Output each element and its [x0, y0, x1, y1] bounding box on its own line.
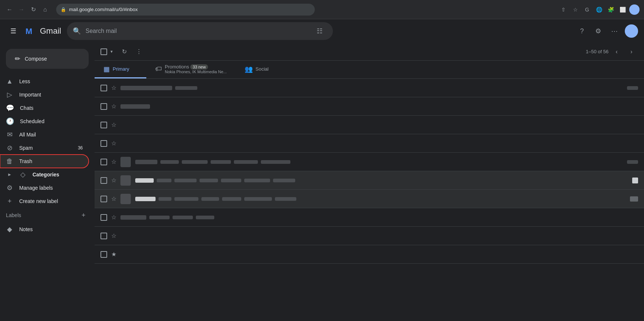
share-button[interactable]: ⇧: [558, 4, 569, 15]
table-row[interactable]: ☆: [95, 79, 644, 97]
compose-button[interactable]: ✏ Compose: [6, 49, 89, 69]
table-row[interactable]: ☆: [95, 153, 644, 171]
forward-button[interactable]: →: [16, 4, 27, 15]
subject-block2: [174, 197, 198, 201]
reload-button[interactable]: ↻: [28, 4, 38, 15]
bookmark-button[interactable]: ☆: [570, 4, 580, 15]
sidebar-item-scheduled[interactable]: 🕐 Scheduled: [0, 115, 89, 128]
row-checkbox[interactable]: [100, 103, 107, 110]
main-content: ▼ ↻ ⋮ 1–50 of 56 ‹ › ▦ Primary 🏷: [95, 43, 644, 321]
sidebar-item-all-mail[interactable]: ✉ All Mail: [0, 128, 89, 141]
table-row[interactable]: ☆: [95, 134, 644, 153]
sidebar-label-chats: Chats: [20, 105, 83, 111]
row-checkbox[interactable]: [100, 233, 107, 239]
apps-button[interactable]: ⋯: [607, 24, 622, 38]
sidebar-label-trash: Trash: [19, 158, 83, 164]
window-btn[interactable]: ⬜: [617, 4, 628, 15]
row-checkbox[interactable]: [100, 214, 107, 221]
subject-block6: [275, 197, 296, 201]
back-button[interactable]: ←: [4, 4, 15, 15]
star-icon[interactable]: ★: [110, 251, 117, 258]
help-button[interactable]: ?: [575, 24, 589, 38]
more-options-button[interactable]: ⋮: [132, 45, 146, 58]
user-avatar[interactable]: [625, 24, 638, 38]
search-icon: 🔍: [73, 27, 81, 35]
add-label-button[interactable]: +: [78, 210, 89, 220]
star-icon[interactable]: ☆: [110, 103, 117, 110]
sidebar-item-categories[interactable]: ► ◇ Categories: [0, 168, 89, 181]
extensions-btn[interactable]: 🧩: [606, 4, 616, 15]
star-icon[interactable]: ☆: [110, 121, 117, 129]
row-checkbox[interactable]: [100, 251, 107, 258]
row-checkbox[interactable]: [100, 140, 107, 147]
address-bar[interactable]: 🔒 mail.google.com/mail/u/0/#inbox: [56, 4, 315, 16]
header-right: ? ⚙ ⋯: [575, 24, 638, 38]
social-tab-label-wrap: Social: [256, 66, 269, 72]
sidebar-label-create-label: Create new label: [19, 198, 83, 204]
sidebar-item-chats[interactable]: 💬 Chats: [0, 101, 89, 115]
subject-block: [175, 86, 197, 90]
spam-icon: ⊘: [6, 144, 13, 152]
table-row[interactable]: ☆: [95, 97, 644, 116]
browser-profile[interactable]: [629, 4, 640, 15]
table-row[interactable]: ★: [95, 245, 644, 264]
row-checkbox[interactable]: [100, 196, 107, 202]
row-checkbox[interactable]: [100, 85, 107, 91]
nav-buttons: ← → ↻ ⌂: [4, 4, 50, 15]
row-checkbox[interactable]: [100, 159, 107, 165]
star-icon[interactable]: ☆: [110, 214, 117, 221]
table-row[interactable]: ☆: [95, 208, 644, 227]
next-page-button[interactable]: ›: [625, 45, 638, 58]
search-filter-button[interactable]: ☷: [312, 24, 327, 38]
sidebar-item-create-label[interactable]: + Create new label: [0, 195, 89, 208]
sender-avatar-block: [120, 194, 131, 204]
tab-primary[interactable]: ▦ Primary: [95, 61, 146, 78]
prev-page-button[interactable]: ‹: [610, 45, 623, 58]
grammarly-ext[interactable]: G: [582, 4, 592, 15]
subject-block2: [149, 216, 170, 219]
row-checkbox[interactable]: [100, 177, 107, 184]
select-dropdown-button[interactable]: ▼: [107, 46, 116, 58]
search-input[interactable]: [85, 28, 308, 34]
refresh-button[interactable]: ↻: [117, 45, 131, 58]
row-content: [120, 215, 638, 220]
sidebar-item-spam[interactable]: ⊘ Spam 36: [0, 141, 89, 155]
tab-social[interactable]: 👥 Social: [236, 61, 287, 78]
table-row[interactable]: ☆: [95, 190, 644, 208]
table-row[interactable]: ☆: [95, 227, 644, 245]
time-block: [630, 196, 638, 202]
sender-block: [120, 86, 172, 90]
settings-button[interactable]: ⚙: [591, 24, 606, 38]
browser-actions: ⇧ ☆ G 🌐 🧩 ⬜: [558, 4, 640, 15]
tab-promotions[interactable]: 🏷 Promotions 33 new Nokia Phones, IK Mul…: [146, 61, 236, 78]
primary-tab-label-wrap: Primary: [113, 66, 129, 72]
star-icon[interactable]: ☆: [110, 140, 117, 147]
promotions-tab-subtitle: Nokia Phones, IK Multimedia Ne...: [165, 70, 227, 74]
labels-title: Labels: [6, 212, 78, 218]
star-icon[interactable]: ☆: [110, 158, 117, 166]
sidebar-item-less[interactable]: ▲ Less: [0, 75, 89, 88]
home-button[interactable]: ⌂: [40, 4, 50, 15]
translate-ext[interactable]: 🌐: [594, 4, 604, 15]
row-checkbox[interactable]: [100, 122, 107, 128]
sidebar-item-manage-labels[interactable]: ⚙ Manage labels: [0, 181, 89, 195]
subject-block2: [174, 179, 197, 182]
search-bar[interactable]: 🔍 ☷: [67, 22, 333, 40]
star-icon[interactable]: ☆: [110, 177, 117, 184]
time-block: [627, 86, 638, 90]
star-icon[interactable]: ☆: [110, 232, 117, 240]
sidebar-item-trash[interactable]: 🗑 Trash: [0, 155, 89, 168]
sidebar-item-important[interactable]: ▷ Important: [0, 88, 89, 101]
sender-avatar-block: [120, 157, 131, 167]
primary-tab-icon: ▦: [103, 65, 110, 73]
star-icon[interactable]: ☆: [110, 84, 117, 92]
subject-block4: [222, 197, 241, 201]
sidebar-item-notes[interactable]: ◆ Notes: [0, 223, 89, 236]
star-icon[interactable]: ☆: [110, 195, 117, 203]
table-row[interactable]: ☆: [95, 171, 644, 190]
sidebar-label-important: Important: [19, 92, 83, 98]
sidebar-label-all-mail: All Mail: [19, 132, 83, 138]
menu-button[interactable]: ☰: [6, 24, 21, 38]
table-row[interactable]: ☆: [95, 116, 644, 134]
select-all-checkbox[interactable]: [100, 48, 107, 55]
